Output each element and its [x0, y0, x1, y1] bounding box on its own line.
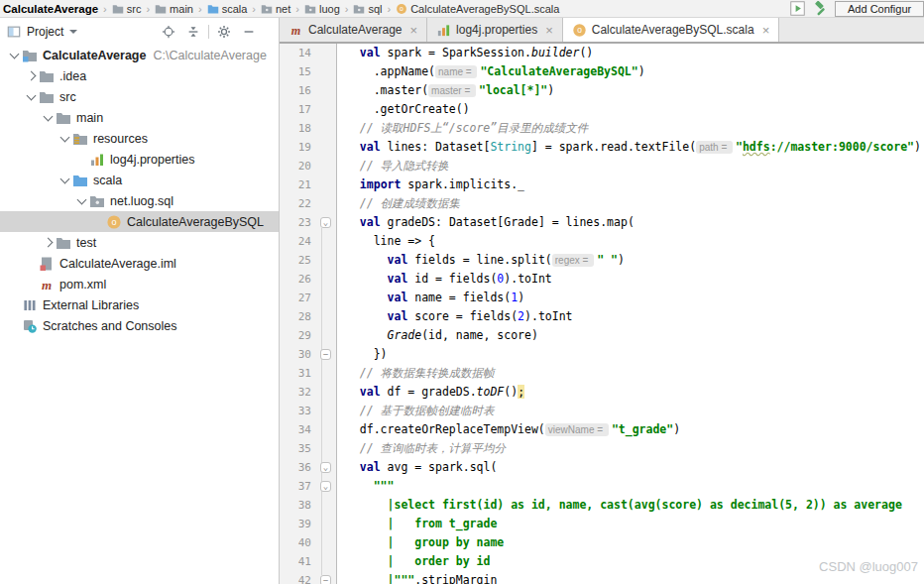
project-panel-title[interactable]: Project [27, 25, 63, 39]
tree-item-scratches-and-consoles[interactable]: Scratches and Consoles [0, 315, 279, 336]
chevron-down-icon[interactable] [57, 137, 72, 141]
fold-start-marker[interactable]: ⌄ [315, 458, 339, 477]
fold-gutter [315, 119, 339, 138]
tree-item-label: Scratches and Consoles [43, 319, 177, 333]
fold-gutter [315, 232, 339, 251]
folder-blue-icon [207, 3, 219, 15]
tree-item-main[interactable]: main [0, 107, 279, 128]
code-text: .getOrCreate() [339, 100, 470, 119]
tree-item-log4j-properties[interactable]: log4j.properties [0, 149, 279, 170]
breadcrumb-main[interactable]: main [155, 3, 193, 15]
code-line-31[interactable]: 31 // 将数据集转换成数据帧 [280, 364, 924, 383]
code-text: // 创建成绩数据集 [339, 194, 460, 213]
fold-gutter [315, 270, 339, 289]
code-line-21[interactable]: 21 import spark.implicits._ [280, 175, 924, 194]
line-number: 30 [280, 345, 315, 364]
code-area[interactable]: 14 val spark = SparkSession.builder()15 … [280, 44, 924, 584]
code-line-28[interactable]: 28 val score = fields(2).toInt [280, 307, 924, 326]
chevron-down-icon[interactable] [57, 178, 72, 182]
code-line-15[interactable]: 15 .appName(name = "CalculateAverageBySQ… [280, 62, 924, 81]
code-text: .master(master = "local[*]") [339, 81, 554, 100]
build-hammer-icon[interactable] [812, 1, 828, 17]
tree-item-pom-xml[interactable]: mpom.xml [0, 274, 279, 294]
code-text: // 基于数据帧创建临时表 [339, 402, 495, 420]
tab-calculateaverage[interactable]: mCalculateAverage× [280, 18, 427, 42]
breadcrumb-luog[interactable]: luog [304, 3, 340, 15]
fold-gutter [315, 383, 339, 402]
tree-item-path: C:\CalculateAverage [153, 49, 266, 62]
locate-icon[interactable] [162, 25, 175, 39]
tree-item-label: CalculateAverage [43, 49, 146, 62]
folder-icon [112, 3, 124, 15]
svg-text:o: o [111, 217, 116, 227]
code-line-38[interactable]: 38 |select first(id) as id, name, cast(a… [280, 496, 924, 515]
code-line-26[interactable]: 26 val id = fields(0).toInt [280, 270, 924, 289]
tree-item-label: CalculateAverage.iml [59, 257, 176, 271]
editor-body[interactable]: 14 val spark = SparkSession.builder()15 … [280, 44, 924, 584]
close-icon[interactable]: × [545, 24, 553, 37]
code-line-33[interactable]: 33 // 基于数据帧创建临时表 [280, 402, 924, 420]
code-line-18[interactable]: 18 // 读取HDFS上“/score”目录里的成绩文件 [280, 119, 924, 138]
breadcrumb-net[interactable]: net [261, 3, 290, 15]
chevron-right-icon[interactable] [40, 239, 56, 246]
fold-start-marker[interactable]: ⌄ [315, 213, 339, 232]
chevron-down-icon[interactable] [73, 199, 89, 203]
breadcrumb-src[interactable]: src [112, 3, 142, 15]
close-icon[interactable]: × [410, 24, 418, 37]
fold-gutter [315, 289, 339, 307]
code-line-29[interactable]: 29 Grade(id, name, score) [280, 326, 924, 345]
code-line-22[interactable]: 22 // 创建成绩数据集 [280, 194, 924, 213]
chevron-down-icon[interactable] [40, 116, 56, 120]
chevron-down-icon[interactable] [69, 30, 77, 34]
fold-start-marker[interactable]: ⌄ [315, 477, 339, 496]
code-text: // 查询临时表，计算平均分 [339, 439, 506, 458]
breadcrumb-calculateaverage[interactable]: CalculateAverage [3, 3, 98, 15]
close-icon[interactable]: × [762, 24, 770, 37]
tree-item-scala[interactable]: scala [0, 170, 279, 190]
code-line-17[interactable]: 17 .getOrCreate() [280, 100, 924, 119]
run-button[interactable] [790, 1, 805, 16]
tree-item-resources[interactable]: resources [0, 128, 279, 149]
tab-log4j-properties[interactable]: log4j.properties× [427, 18, 563, 42]
tree-item-calculateaverage-iml[interactable]: CalculateAverage.iml [0, 253, 279, 274]
code-line-20[interactable]: 20 // 导入隐式转换 [280, 157, 924, 175]
collapse-all-icon[interactable] [186, 25, 200, 39]
fold-end-marker[interactable]: − [315, 571, 339, 584]
code-line-40[interactable]: 40 | group by name [280, 533, 924, 552]
tree-item-calculateaveragebysql[interactable]: oCalculateAverageBySQL [0, 211, 279, 232]
add-configuration-button[interactable]: Add Configur [835, 1, 924, 17]
line-number: 17 [280, 100, 315, 119]
tree-item-external-libraries[interactable]: External Libraries [0, 294, 279, 315]
chevron-down-icon[interactable] [6, 54, 22, 58]
code-line-23[interactable]: 23⌄ val gradeDS: Dataset[Grade] = lines.… [280, 213, 924, 232]
code-line-25[interactable]: 25 val fields = line.split(regex = " ") [280, 251, 924, 270]
breadcrumb-sql[interactable]: sql [353, 3, 382, 15]
tree-item-test[interactable]: test [0, 232, 279, 253]
code-line-34[interactable]: 34 df.createOrReplaceTempView(viewName =… [280, 420, 924, 439]
code-line-32[interactable]: 32 val df = gradeDS.toDF(); [280, 383, 924, 402]
hide-icon[interactable] [242, 25, 256, 39]
code-line-35[interactable]: 35 // 查询临时表，计算平均分 [280, 439, 924, 458]
fold-end-marker[interactable]: − [315, 345, 339, 364]
chevron-down-icon[interactable] [23, 95, 39, 99]
tab-calculateaveragebysql-scala[interactable]: oCalculateAverageBySQL.scala× [563, 18, 779, 42]
settings-icon[interactable] [217, 25, 231, 39]
code-line-27[interactable]: 27 val name = fields(1) [280, 289, 924, 307]
code-line-14[interactable]: 14 val spark = SparkSession.builder() [280, 44, 924, 62]
tree-item-idea[interactable]: .idea [0, 65, 279, 86]
chevron-right-icon[interactable] [23, 72, 39, 79]
code-line-24[interactable]: 24 line => { [280, 232, 924, 251]
code-line-39[interactable]: 39 | from t_grade [280, 515, 924, 533]
line-number: 18 [280, 119, 315, 138]
tree-item-calculateaverage[interactable]: CalculateAverageC:\CalculateAverage [0, 45, 279, 65]
tree-item-src[interactable]: src [0, 86, 279, 107]
code-line-30[interactable]: 30− }) [280, 345, 924, 364]
breadcrumb-calculateaveragebysql-scala[interactable]: oCalculateAverageBySQL.scala [396, 3, 559, 15]
code-line-36[interactable]: 36⌄ val avg = spark.sql( [280, 458, 924, 477]
fold-gutter [315, 515, 339, 533]
tree-item-net-luog-sql[interactable]: net.luog.sql [0, 190, 279, 211]
code-line-16[interactable]: 16 .master(master = "local[*]") [280, 81, 924, 100]
code-line-37[interactable]: 37⌄ """ [280, 477, 924, 496]
breadcrumb-scala[interactable]: scala [207, 3, 248, 15]
code-line-19[interactable]: 19 val lines: Dataset[String] = spark.re… [280, 138, 924, 157]
